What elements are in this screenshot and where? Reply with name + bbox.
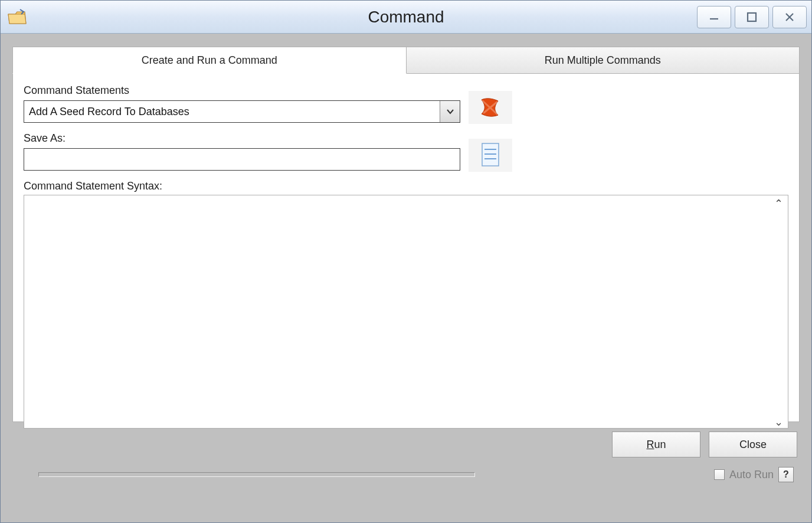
- syntax-label: Command Statement Syntax:: [24, 180, 788, 192]
- auto-run-label: Auto Run: [729, 469, 774, 481]
- command-window: Command Create and Run a Command Run Mul…: [0, 0, 812, 523]
- save-doc-icon: [479, 141, 502, 169]
- close-window-button[interactable]: [772, 6, 807, 28]
- chevron-down-icon[interactable]: [440, 101, 460, 122]
- auto-run-checkbox[interactable]: [714, 469, 725, 480]
- client-area: Create and Run a Command Run Multiple Co…: [1, 34, 811, 522]
- save-as-input[interactable]: [24, 148, 460, 171]
- folder-tools-icon: [6, 6, 28, 28]
- maximize-button[interactable]: [735, 6, 769, 28]
- tab-run-multiple[interactable]: Run Multiple Commands: [407, 47, 800, 74]
- command-statements-combo[interactable]: Add A Seed Record To Databases: [24, 100, 460, 123]
- command-statements-label: Command Statements: [24, 84, 788, 97]
- status-bar: Auto Run ?: [12, 459, 800, 491]
- minimize-button[interactable]: [697, 6, 731, 28]
- save-as-label: Save As:: [24, 132, 788, 145]
- help-button[interactable]: ?: [778, 467, 794, 482]
- window-controls: [697, 6, 811, 28]
- tab-panel-create: Command Statements Add A Seed Record To …: [12, 74, 800, 422]
- svg-rect-1: [748, 13, 756, 21]
- titlebar: Command: [1, 1, 811, 34]
- run-button[interactable]: Run: [612, 432, 700, 457]
- tab-create-run[interactable]: Create and Run a Command: [12, 47, 407, 74]
- command-statements-value[interactable]: Add A Seed Record To Databases: [24, 101, 440, 122]
- tab-strip: Create and Run a Command Run Multiple Co…: [12, 47, 800, 74]
- delete-x-icon: [477, 95, 504, 120]
- save-button[interactable]: [469, 139, 512, 172]
- syntax-textarea[interactable]: [24, 195, 788, 429]
- delete-statement-button[interactable]: [469, 91, 512, 124]
- status-progress-groove: [38, 472, 475, 477]
- close-button[interactable]: Close: [709, 432, 797, 457]
- window-title: Command: [1, 8, 811, 27]
